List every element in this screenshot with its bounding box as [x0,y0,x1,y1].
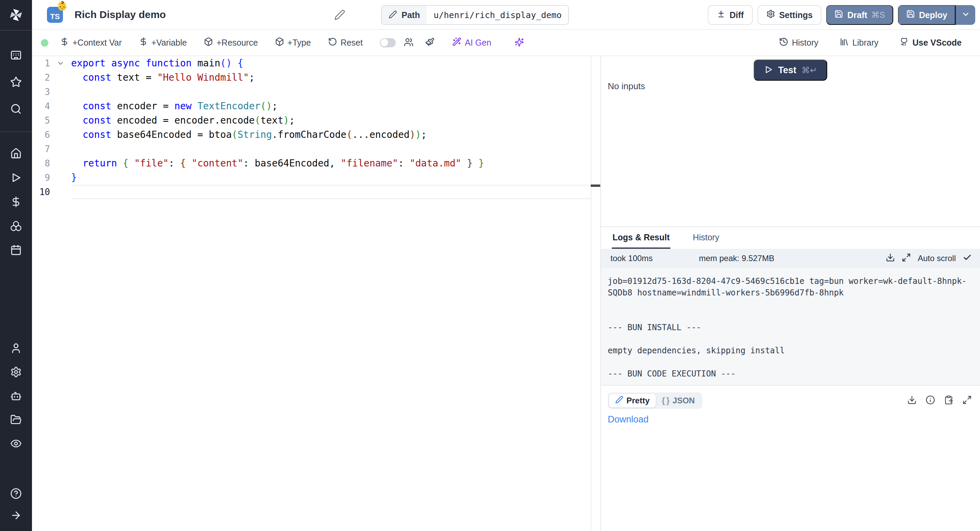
history-button[interactable]: History [779,37,818,49]
result-tabs: Logs & Result History [601,227,980,249]
code-line[interactable]: 7 [32,142,600,156]
sidebar-item-users[interactable] [0,343,32,355]
app-window: TS 👶 Rich Display demo Path u/henri/rich… [0,0,980,531]
code-line[interactable]: 4 const encoder = new TextEncoder(); [32,99,600,113]
tab-history[interactable]: History [692,227,720,249]
check-icon[interactable] [963,253,972,264]
code-line[interactable]: 3 [32,85,600,99]
sidebar-expand-button[interactable] [0,510,32,522]
sidebar-item-schedules[interactable] [0,245,32,257]
ai-gen-button[interactable]: AI Gen [452,37,492,48]
expand-result-icon[interactable] [962,395,972,406]
sidebar-item-workers[interactable] [0,391,32,403]
expand-logs-icon[interactable] [902,253,911,264]
auto-scroll-label[interactable]: Auto scroll [918,254,956,263]
sidebar-item-runs[interactable] [0,172,32,185]
sidebar-item-help[interactable] [0,488,32,501]
result-download-link[interactable]: Download [608,414,649,425]
format-code-button[interactable] [425,37,434,48]
code-text: return { "file": { "content": base64Enco… [71,156,591,171]
sidebar-item-home[interactable] [0,148,32,160]
code-text: export async function main() { [71,56,591,70]
sidebar-divider [0,131,32,132]
multiplayer-users-button[interactable] [404,37,414,48]
sidebar-item-favorites[interactable] [0,77,32,89]
deploy-button[interactable]: Deploy [898,5,956,25]
add-context-var-button[interactable]: +Context Var [60,37,122,48]
path-group[interactable]: Path u/henri/rich_display_demo [381,5,569,25]
draft-button[interactable]: Draft ⌘S [826,5,893,25]
library-button[interactable]: Library [840,37,878,49]
test-button[interactable]: Test ⌘↵ [754,59,827,81]
pencil-icon [388,10,397,20]
ai-sparkles-button[interactable] [514,37,524,48]
results-section: Logs & Result History took 100ms mem pea… [601,226,980,531]
use-vscode-button[interactable]: Use VScode [899,37,962,49]
tab-logs-result[interactable]: Logs & Result [612,227,670,249]
run-stats-bar: took 100ms mem peak: 9.527MB Auto scroll [601,249,980,268]
folder-open-icon [10,414,22,427]
multiplayer-toggle[interactable] [380,38,396,47]
arrow-right-icon [10,510,22,523]
sidebar-item-search[interactable] [0,104,32,116]
diff-icon [717,10,725,21]
connection-status-dot [41,39,48,47]
line-number: 6 [32,128,50,142]
help-circle-icon [10,488,22,501]
add-variable-button[interactable]: +Variable [139,37,187,48]
library-icon [840,37,849,49]
line-number: 3 [32,85,50,99]
sidebar-item-folders[interactable] [0,414,32,426]
sidebar-item-workspace[interactable] [0,50,32,62]
sidebar-item-variables[interactable] [0,196,32,209]
sidebar-item-resources[interactable] [0,220,32,233]
download-logs-icon[interactable] [886,253,895,264]
code-line[interactable]: 10 [32,185,600,199]
reset-button[interactable]: Reset [328,37,363,48]
paintbrush-icon [425,37,434,48]
sidebar-item-audit-logs[interactable] [0,438,32,450]
code-line[interactable]: 9} [32,171,600,185]
add-resource-button[interactable]: +Resource [204,37,258,48]
fold-chevron-icon[interactable] [50,56,71,70]
info-icon[interactable] [926,395,935,406]
code-line[interactable]: 1export async function main() { [32,56,600,70]
calendar-icon [10,244,22,257]
result-toolbar: Pretty { } JSON [601,386,980,409]
code-line[interactable]: 8 return { "file": { "content": base64En… [32,156,600,171]
code-editor[interactable]: 1export async function main() {2 const t… [32,56,601,531]
add-type-button[interactable]: +Type [275,37,311,48]
page-title: Rich Display demo [75,0,166,29]
path-value[interactable]: u/henri/rich_display_demo [427,6,568,24]
pretty-tab[interactable]: Pretty [609,394,656,407]
line-number: 7 [32,142,50,156]
clipboard-copy-icon[interactable] [944,395,953,406]
json-tab[interactable]: { } JSON [656,394,701,407]
code-line[interactable]: 2 const text = "Hello Windmill"; [32,70,600,85]
play-icon [764,65,773,75]
braces-icon: { } [662,396,670,405]
code-line[interactable]: 5 const encoded = encoder.encode(text); [32,113,600,128]
deploy-split-button: Deploy [898,5,975,25]
code-line[interactable]: 6 const base64Encoded = btoa(String.from… [32,128,600,142]
path-label: Path [401,10,420,20]
line-number: 5 [32,113,50,128]
sidebar-item-settings[interactable] [0,367,32,379]
download-result-icon[interactable] [907,395,917,406]
typescript-badge: TS 👶 [47,7,63,23]
wand-sparkles-icon [452,37,461,48]
editor-overview-ruler[interactable] [591,56,600,531]
code-lines: 1export async function main() {2 const t… [32,56,600,199]
edit-summary-button[interactable] [334,9,345,22]
windmill-logo-icon[interactable] [0,0,32,30]
settings-button[interactable]: Settings [757,5,822,25]
gear-icon [766,10,775,21]
home-icon [10,148,22,161]
sidebar [0,0,32,531]
log-output[interactable]: job=01912d75-163d-8204-47c9-5469c516cb1e… [601,268,980,386]
code-text: const encoded = encoder.encode(text); [71,113,591,128]
path-edit-button[interactable]: Path [382,6,427,24]
deploy-dropdown-button[interactable] [956,5,975,25]
diff-button[interactable]: Diff [708,5,753,25]
save-icon [906,10,915,21]
